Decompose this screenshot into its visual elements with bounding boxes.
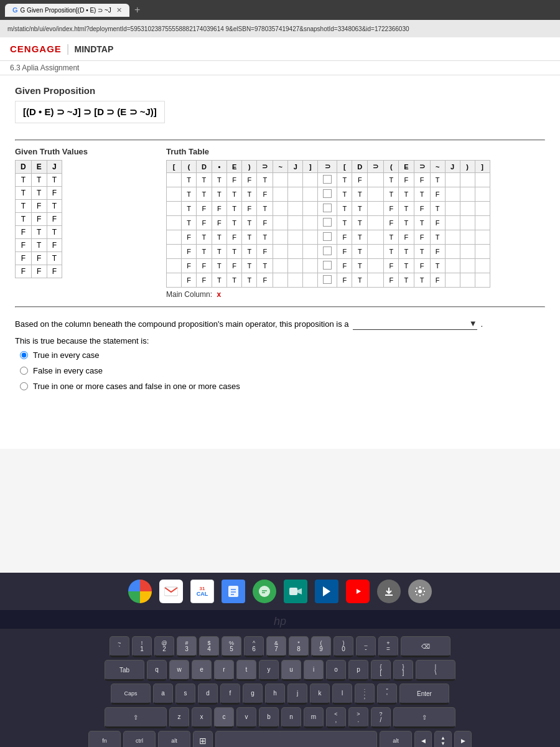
radio-false-every-case[interactable]: False in every case [20,366,545,375]
close-tab-button[interactable]: ✕ [116,6,122,14]
conclusion-dropdown[interactable]: ▼ [353,317,477,330]
key-i[interactable]: i [304,660,324,681]
key-period[interactable]: >. [348,707,368,728]
key-enter[interactable]: Enter [399,684,449,705]
key-t[interactable]: t [236,660,256,681]
new-tab-button[interactable]: + [134,4,140,16]
key-fn[interactable]: fn [88,731,121,747]
taskbar-files-icon[interactable] [222,580,245,603]
key-win[interactable]: ⊞ [193,731,213,747]
main-col-checkbox[interactable] [323,261,332,270]
key-7[interactable]: &7 [266,636,286,657]
key-space[interactable] [215,731,377,747]
key-x[interactable]: x [192,707,212,728]
key-y[interactable]: y [259,660,279,681]
browser-tab[interactable]: G G Given Proposition[(D • E) ⊃ ~J] ✕ [5,4,129,17]
radio-contingent-input[interactable] [20,382,28,390]
key-6[interactable]: ^6 [244,636,264,657]
key-s[interactable]: s [175,684,195,705]
key-backspace[interactable]: ⌫ [401,636,450,657]
key-right[interactable]: ▶ [454,731,472,747]
key-n[interactable]: n [281,707,301,728]
key-d[interactable]: d [198,684,218,705]
key-m[interactable]: m [304,707,324,728]
taskbar-meet-icon[interactable] [284,580,307,603]
taskbar-settings-icon[interactable] [408,580,432,603]
key-l[interactable]: l [332,684,352,705]
key-3[interactable]: #3 [177,636,197,657]
main-col-checkbox[interactable] [323,232,332,241]
table-row: FFT [16,252,62,265]
key-left[interactable]: ◀ [414,731,432,747]
main-col-checkbox[interactable] [323,247,332,255]
key-g[interactable]: g [243,684,263,705]
taskbar-download-icon[interactable] [377,580,401,603]
key-k[interactable]: k [310,684,330,705]
key-rbracket[interactable]: }] [393,660,413,681]
key-backslash[interactable]: |\ [416,660,455,681]
key-8[interactable]: *8 [289,636,309,657]
key-o[interactable]: o [326,660,346,681]
key-updown[interactable]: ▲ ▼ [434,731,452,747]
key-lbracket[interactable]: {[ [371,660,391,681]
key-rshift[interactable]: ⇧ [393,707,455,728]
key-5[interactable]: %5 [222,636,241,657]
proposition-conclusion: Based on the column beneath the compound… [15,317,545,330]
taskbar-gmail-icon[interactable] [159,580,183,603]
key-v[interactable]: v [236,707,256,728]
key-comma[interactable]: <, [326,707,346,728]
taskbar-youtube-icon[interactable] [346,580,370,603]
radio-true-every-case[interactable]: True in every case [20,350,545,360]
key-c[interactable]: c [214,707,234,728]
key-alt-left[interactable]: alt [158,731,190,747]
key-quote[interactable]: "' [377,684,397,705]
radio-contingent[interactable]: True in one or more cases and false in o… [20,382,545,391]
radio-group: True in every case False in every case T… [20,350,545,391]
key-equals[interactable]: += [378,636,398,657]
key-e[interactable]: e [192,660,212,681]
taskbar-chrome-icon[interactable] [128,580,152,603]
key-h[interactable]: h [265,684,285,705]
key-alt-right[interactable]: alt [380,731,412,747]
key-4[interactable]: $4 [199,636,219,657]
tt-header: ⊃ [318,161,337,173]
key-slash[interactable]: ?/ [371,707,391,728]
key-q[interactable]: q [147,660,167,681]
taskbar-play-icon[interactable] [315,580,338,603]
key-9[interactable]: (9 [311,636,331,657]
key-z[interactable]: z [169,707,189,728]
key-b[interactable]: b [259,707,279,728]
key-j[interactable]: j [287,684,307,705]
key-0[interactable]: )0 [334,636,353,657]
key-minus[interactable]: _- [356,636,376,657]
site-header: CENGAGE | MINDTAP [0,37,560,61]
key-1[interactable]: !1 [132,636,152,657]
key-w[interactable]: w [169,660,189,681]
key-ctrl[interactable]: ctrl [123,731,156,747]
key-u[interactable]: u [281,660,301,681]
breadcrumb: 6.3 Aplia Assignment [0,61,560,75]
key-2[interactable]: @2 [154,636,174,657]
main-column-text: Main Column: [166,290,212,299]
main-col-checkbox[interactable] [323,204,332,212]
key-f[interactable]: f [220,684,240,705]
main-col-checkbox[interactable] [323,189,332,198]
url-bar[interactable]: m/static/nb/ui/evo/index.html?deployment… [0,20,560,37]
key-semicolon[interactable]: :; [355,684,375,705]
chevron-down-icon[interactable]: ▼ [469,319,477,328]
key-r[interactable]: r [214,660,234,681]
taskbar-chat-icon[interactable] [253,580,276,603]
key-p[interactable]: p [348,660,368,681]
main-col-checkbox[interactable] [323,175,332,184]
main-col-checkbox[interactable] [323,218,332,227]
key-a[interactable]: a [153,684,173,705]
main-col-checkbox[interactable] [323,275,332,284]
radio-false-every-case-input[interactable] [20,367,28,375]
main-column-label: Main Column: x [166,290,545,299]
key-tilde[interactable]: ~` [110,636,129,657]
taskbar-calendar-icon[interactable]: 31 CAL [190,580,214,603]
radio-true-every-case-input[interactable] [20,351,28,359]
key-caps[interactable]: Caps [111,684,151,705]
key-tab[interactable]: Tab [105,660,144,681]
key-lshift[interactable]: ⇧ [105,707,167,728]
